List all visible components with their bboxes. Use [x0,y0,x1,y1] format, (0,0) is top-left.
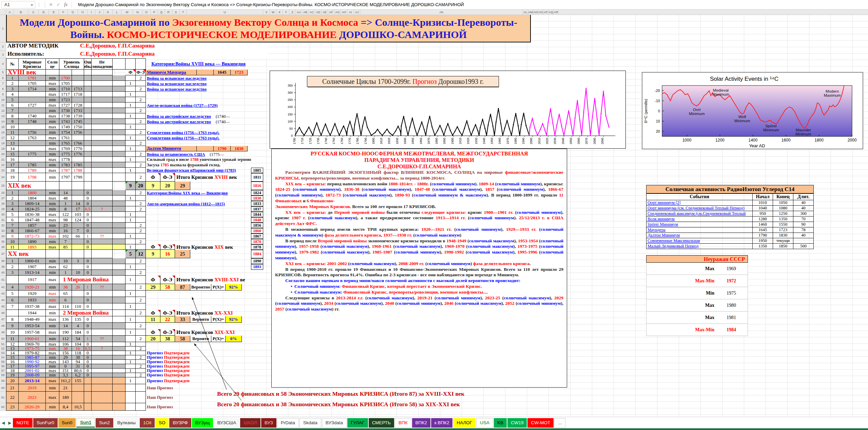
row-header-34[interactable]: 34 [0,233,6,239]
cell[interactable]: 14 [72,201,84,206]
column-header-N[interactable]: N [133,10,142,15]
century-f-total[interactable]: 5 [126,250,136,258]
sheet-tab-СМЕРТЬ[interactable]: СМЕРТЬ [369,418,394,428]
cell[interactable]: min [46,373,59,377]
cell[interactable]: 8 [6,228,19,233]
cell[interactable]: 6 [6,217,19,223]
row-header-53[interactable]: 53 [0,351,6,355]
cell[interactable]: 2008-09 [19,373,46,377]
cell[interactable]: 1723 [59,97,72,102]
cell[interactable]: 19 [6,373,19,377]
cell[interactable]: 0 [84,360,92,364]
cell[interactable]: 38 [59,347,72,351]
fe-count-cell[interactable]: 2 [136,97,146,102]
cell[interactable]: 1799 [72,173,84,182]
cell[interactable] [92,228,113,233]
cell[interactable]: 0 [84,323,92,329]
cell[interactable]: 124 [72,217,84,223]
cell[interactable]: 1789 [19,168,46,173]
hyperlink[interactable]: Англо-испанская война (1727—1729) [147,103,217,108]
cell[interactable]: 1743 [59,119,72,124]
cell[interactable]: 9 [6,323,19,329]
cell[interactable]: 1973-75 [19,347,46,351]
name-box[interactable]: A1 [1,1,35,8]
fe-count-cell[interactable]: 2 [136,239,146,244]
cell[interactable]: min [46,173,59,182]
fe-count-cell[interactable]: 2 [136,130,146,135]
cell[interactable] [46,70,59,75]
column-header-AR[interactable]: AR [554,10,559,15]
cell[interactable]: 7 [59,239,72,244]
cell[interactable] [92,86,113,92]
cell[interactable]: 0 [84,364,92,369]
cell[interactable]: max [46,212,59,217]
cell[interactable]: 106 [59,342,72,347]
row-header-20[interactable]: 20 [0,151,6,157]
cell[interactable]: 1890 [19,239,46,244]
c14-solar-activity-chart[interactable]: Solar Activity Events in ¹⁴C-20-10010201… [642,72,863,149]
cell[interactable] [92,182,113,190]
cell[interactable] [92,146,113,151]
column-header-Y[interactable]: Y [283,10,289,15]
cell[interactable]: 1700 [59,75,72,81]
cell[interactable]: 0 [84,228,92,233]
cell[interactable]: 190 [59,329,72,336]
cell[interactable]: 0 [84,201,92,206]
cell[interactable]: 66 [72,233,84,239]
f-count-cell[interactable] [126,392,136,403]
cell[interactable]: 0 [84,244,92,250]
fe-count-cell[interactable] [136,264,146,270]
cell[interactable]: 1907 [19,264,46,270]
column-header-H[interactable]: H [78,10,88,15]
cell[interactable]: 1979-82 [19,351,46,355]
f-count-cell[interactable]: 1 [126,303,136,310]
cell[interactable]: 14 [59,323,72,329]
cell[interactable] [92,92,113,97]
cell[interactable]: 110 [72,303,84,310]
row-header-57[interactable]: 57 [0,369,6,373]
f-count-cell[interactable]: 1 [126,351,136,355]
cell[interactable] [84,157,92,162]
cell[interactable]: min [46,141,59,146]
cell[interactable]: 8,4 [59,403,72,411]
cell[interactable]: 17 [72,206,84,212]
hyperlink[interactable]: Семилетняя война (1756—1763 годы). [147,136,219,141]
fe-count-cell[interactable] [136,360,146,364]
fe-count-cell[interactable] [136,303,146,310]
cell[interactable]: 5 [6,212,19,217]
hyperlink[interactable]: Война за независимость США [147,152,205,157]
cell[interactable] [92,384,113,392]
f-count-cell[interactable]: 1 [126,276,136,284]
cell[interactable] [72,97,84,102]
f-count-cell[interactable]: 1 [126,135,136,141]
sheet-tab-НАЛОГ[interactable]: НАЛОГ [453,418,476,428]
cell[interactable]: 15 [6,355,19,360]
probability-value-cell[interactable]: 92% [226,284,242,291]
fe-count-cell[interactable] [136,157,146,162]
cell[interactable] [92,323,113,329]
cell[interactable]: 62 [59,264,72,270]
totals-value-cell[interactable]: 38 [160,336,175,342]
cell[interactable]: min [46,323,59,329]
cell[interactable]: 14 [6,351,19,355]
cell[interactable]: 0 [84,270,92,276]
cell[interactable]: 48 [59,195,72,201]
row-header-18[interactable]: 18 [0,141,6,146]
cell[interactable] [92,239,113,244]
hyperlink[interactable]: Война за австрийское наследство [147,114,211,119]
cell[interactable]: 1750 [72,124,84,130]
f-count-cell[interactable]: 1 [126,264,136,270]
fe-count-cell[interactable]: 2 [136,373,146,377]
column-header-W[interactable]: W [270,10,276,15]
totals-value-cell[interactable]: 11 [146,316,160,323]
sheet-tab-PrData[interactable]: PrData [277,418,299,428]
fe-count-cell[interactable]: 2 [136,119,146,124]
cell[interactable]: max [46,291,59,297]
cell[interactable]: max [46,135,59,141]
cell[interactable] [92,364,113,369]
column-header-B[interactable]: B [14,10,28,15]
cell[interactable] [84,119,92,124]
cell[interactable]: 1766 [72,141,84,146]
cell[interactable]: 11 [6,336,19,342]
cell[interactable]: 1948-49 [19,316,46,323]
